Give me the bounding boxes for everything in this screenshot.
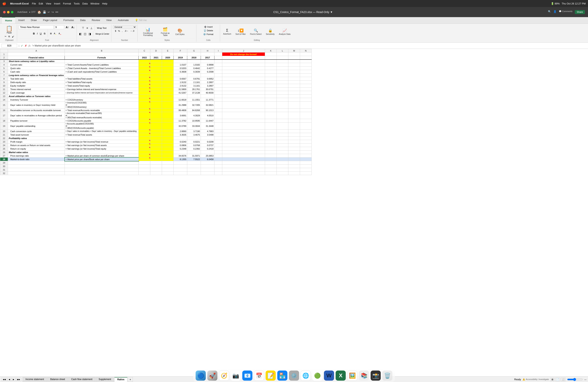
dock-safari[interactable]: 🧭 bbox=[219, 371, 229, 381]
cell-F31[interactable] bbox=[174, 168, 187, 171]
row-num[interactable]: 4 bbox=[0, 63, 8, 66]
cell-L18[interactable] bbox=[277, 119, 288, 123]
cell-M27[interactable] bbox=[288, 154, 300, 158]
cell-G31[interactable] bbox=[187, 168, 201, 171]
cell-I26[interactable] bbox=[214, 150, 222, 154]
cell-G30[interactable] bbox=[187, 165, 201, 168]
cell-G12[interactable]: 37.2138 bbox=[187, 91, 201, 95]
cell-E19[interactable] bbox=[162, 123, 174, 129]
cell-C9[interactable] bbox=[139, 81, 150, 84]
cell-I21[interactable] bbox=[214, 133, 222, 137]
cell-H7[interactable] bbox=[201, 74, 214, 77]
cell-E29[interactable] bbox=[162, 161, 174, 165]
cell-M2[interactable] bbox=[288, 56, 300, 60]
cell-G14[interactable]: 11.1551 bbox=[187, 98, 201, 102]
cell-A24[interactable]: Return on assets or Return on total asse… bbox=[8, 144, 65, 147]
cell-I7[interactable] bbox=[214, 74, 222, 77]
cell-H24[interactable]: 0.0737 bbox=[201, 144, 214, 147]
cell-C13[interactable] bbox=[139, 95, 150, 98]
cell-F19[interactable]: 32.0789 bbox=[174, 123, 187, 129]
cell-A26[interactable]: Market value ratios bbox=[8, 150, 65, 154]
cell-F27[interactable]: 34.6576 bbox=[174, 154, 187, 158]
cell-M25[interactable] bbox=[288, 147, 300, 150]
cell-K19[interactable] bbox=[265, 123, 277, 129]
menu-file[interactable]: File bbox=[32, 2, 36, 5]
cell-G23[interactable]: 0.0221 bbox=[187, 140, 201, 144]
cell-M1[interactable] bbox=[288, 53, 300, 56]
cell-E7[interactable] bbox=[162, 74, 174, 77]
cell-C2[interactable]: 2022 bbox=[139, 56, 150, 60]
cell-B14[interactable]: = COGS/Inventory bbox=[65, 98, 139, 102]
row-num[interactable]: 19 bbox=[0, 123, 8, 129]
cell-K11[interactable] bbox=[265, 87, 277, 91]
cell-B31[interactable] bbox=[65, 168, 139, 171]
tab-automate[interactable]: Automate bbox=[115, 17, 132, 23]
cell-K6[interactable] bbox=[265, 70, 277, 74]
cell-B4[interactable]: = Total Current Assets/Total Current Lia… bbox=[65, 63, 139, 66]
align-center-button[interactable]: ◫ bbox=[83, 32, 87, 36]
cell-K27[interactable] bbox=[265, 154, 277, 158]
add-sheet-button[interactable]: + bbox=[128, 377, 133, 382]
cell-F24[interactable]: 0.0806 bbox=[174, 144, 187, 147]
col-header-H[interactable]: H bbox=[201, 49, 214, 53]
cell-M26[interactable] bbox=[288, 150, 300, 154]
cell-K7[interactable] bbox=[265, 74, 277, 77]
cell-L29[interactable] bbox=[277, 161, 288, 165]
row-num[interactable]: 16 bbox=[0, 108, 8, 112]
cell-E26[interactable] bbox=[162, 150, 174, 154]
cell-J17[interactable] bbox=[222, 112, 265, 119]
font-size-input[interactable] bbox=[54, 25, 64, 29]
cell-I19[interactable] bbox=[214, 123, 222, 129]
cell-A14[interactable]: Inventory Turnover bbox=[8, 98, 65, 102]
cell-L21[interactable] bbox=[277, 133, 288, 137]
cell-A15[interactable]: Days' sales in inventory or Days' invent… bbox=[8, 102, 65, 108]
cell-J10[interactable] bbox=[222, 84, 265, 87]
cell-J31[interactable] bbox=[222, 168, 265, 171]
cell-K16[interactable] bbox=[265, 108, 277, 112]
cell-M12[interactable] bbox=[288, 91, 300, 95]
cell-M23[interactable] bbox=[288, 140, 300, 144]
cell-H28[interactable]: 6.0458 bbox=[201, 158, 214, 161]
share-btn[interactable]: Share bbox=[575, 10, 585, 14]
cell-E15[interactable] bbox=[162, 102, 174, 108]
cell-J6[interactable] bbox=[222, 70, 265, 74]
cell-B20[interactable]: = Days' sales in receivables + Days' sal… bbox=[65, 129, 139, 133]
align-left-button[interactable]: ◧ bbox=[78, 32, 83, 36]
tab-insert[interactable]: Insert bbox=[15, 17, 28, 23]
row-num[interactable]: 1 bbox=[0, 53, 8, 56]
row-num[interactable]: 7 bbox=[0, 74, 8, 77]
cell-A16[interactable]: Receivables turnover or Accounts receiva… bbox=[8, 108, 65, 112]
tab-supplement[interactable]: Supplement bbox=[96, 377, 114, 382]
cell-K9[interactable] bbox=[265, 81, 277, 84]
decrease-font-button[interactable]: A↓ bbox=[71, 25, 75, 29]
cell-C4[interactable] bbox=[139, 63, 150, 66]
cell-D10[interactable] bbox=[150, 84, 162, 87]
cell-B22[interactable] bbox=[65, 137, 139, 140]
tab-ratios[interactable]: Ratios bbox=[114, 377, 127, 382]
dock-chrome[interactable]: 🌐 bbox=[301, 371, 311, 381]
cell-E5[interactable] bbox=[162, 66, 174, 70]
cell-K28[interactable] bbox=[265, 158, 277, 161]
align-bottom-button[interactable]: ⊥ bbox=[89, 26, 93, 30]
row-num[interactable]: 17 bbox=[0, 112, 8, 119]
cell-B25[interactable]: = Net earnings (or Net income)/Total equ… bbox=[65, 147, 139, 150]
cell-I4[interactable] bbox=[214, 63, 222, 66]
close-button[interactable] bbox=[3, 11, 6, 13]
cell-L17[interactable] bbox=[277, 112, 288, 119]
cell-I5[interactable] bbox=[214, 66, 222, 70]
cell-E18[interactable] bbox=[162, 119, 174, 123]
cell-D29[interactable] bbox=[150, 161, 162, 165]
tab-data[interactable]: Data bbox=[77, 17, 88, 23]
cell-F14[interactable]: 11.6618 bbox=[174, 98, 187, 102]
cell-J15[interactable] bbox=[222, 102, 265, 108]
cell-B29[interactable] bbox=[65, 161, 139, 165]
cell-B11[interactable]: = Earnings before interest and taxes/Int… bbox=[65, 87, 139, 91]
paste-button[interactable]: 📋 Paste bbox=[4, 25, 14, 34]
cell-E14[interactable] bbox=[162, 98, 174, 102]
cell-H29[interactable] bbox=[201, 161, 214, 165]
autosum-button[interactable]: Σ AutoSum bbox=[222, 28, 233, 36]
cell-C10[interactable] bbox=[139, 84, 150, 87]
cell-H11[interactable]: 30.6791 bbox=[201, 87, 214, 91]
cell-J5[interactable] bbox=[222, 66, 265, 70]
cell-A13[interactable]: Asset utilization ratios or Turnover rat… bbox=[8, 95, 65, 98]
